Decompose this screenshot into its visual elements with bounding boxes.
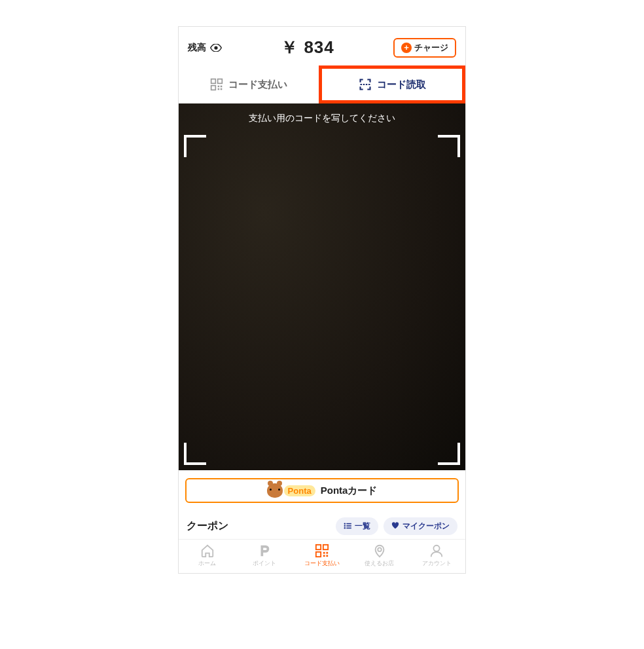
nav-account[interactable]: アカウント	[408, 544, 465, 568]
camera-viewfinder[interactable]	[184, 135, 460, 465]
svg-rect-17	[316, 552, 321, 557]
heart-icon	[391, 522, 399, 531]
coupon-title: クーポン	[187, 519, 228, 533]
balance-amount: ￥ 834	[281, 36, 334, 59]
account-icon	[429, 544, 444, 558]
nav-home-label: ホーム	[198, 559, 216, 568]
svg-rect-16	[323, 545, 328, 549]
my-coupon-chip[interactable]: マイクーポン	[384, 517, 457, 535]
svg-rect-3	[211, 86, 216, 90]
svg-point-13	[344, 527, 346, 529]
svg-rect-18	[323, 552, 325, 554]
tab-code-scan-label: コード読取	[377, 79, 426, 91]
svg-point-11	[344, 525, 346, 527]
coupon-list-chip[interactable]: 一覧	[336, 517, 378, 535]
viewfinder-corner-tl	[184, 135, 206, 157]
nav-point[interactable]: ポイント	[236, 544, 294, 568]
ponta-logo: Ponta	[267, 483, 315, 498]
ponta-card-button[interactable]: Ponta Pontaカード	[185, 478, 459, 503]
qr-icon	[210, 78, 223, 91]
svg-rect-10	[346, 523, 351, 524]
nav-code-pay[interactable]: コード支払い	[293, 544, 351, 568]
svg-rect-14	[346, 527, 351, 528]
scan-frame-icon	[359, 78, 372, 91]
coupon-chips: 一覧 マイクーポン	[336, 517, 457, 535]
svg-rect-6	[218, 88, 220, 90]
eye-icon	[210, 44, 222, 52]
tab-code-pay[interactable]: コード支払い	[179, 65, 319, 103]
coupon-section: クーポン 一覧	[179, 508, 465, 535]
svg-rect-2	[218, 79, 223, 84]
scanner-area: 支払い用のコードを写してください	[179, 103, 465, 470]
svg-rect-19	[326, 552, 328, 554]
ponta-mascot-icon	[267, 483, 283, 498]
qr-nav-icon	[314, 544, 330, 558]
header: 残高 ￥ 834 + チャージ	[179, 27, 465, 65]
svg-rect-5	[221, 86, 223, 88]
ponta-brand: Ponta	[284, 485, 315, 496]
point-icon	[257, 544, 272, 558]
charge-label: チャージ	[414, 42, 448, 54]
location-icon	[372, 544, 387, 558]
home-icon	[200, 544, 215, 558]
viewfinder-corner-tr	[438, 135, 460, 157]
svg-rect-20	[323, 555, 325, 557]
viewfinder-corner-bl	[184, 443, 206, 465]
balance-label: 残高	[188, 42, 206, 54]
svg-rect-15	[316, 545, 321, 549]
svg-point-0	[214, 46, 217, 49]
bottom-nav: ホーム ポイント コード支払い	[179, 539, 465, 573]
viewfinder-corner-br	[438, 443, 460, 465]
plus-icon: +	[401, 43, 412, 53]
svg-point-22	[378, 547, 382, 551]
list-icon	[344, 522, 351, 531]
nav-stores-label: 使えるお店	[365, 559, 394, 568]
scan-instruction: 支払い用のコードを写してください	[179, 103, 465, 135]
nav-home[interactable]: ホーム	[179, 544, 236, 568]
coupon-list-label: 一覧	[355, 521, 370, 532]
nav-point-label: ポイント	[253, 559, 276, 568]
app-screen: 残高 ￥ 834 + チャージ	[178, 26, 466, 574]
charge-button[interactable]: + チャージ	[393, 38, 456, 58]
ponta-card-label: Pontaカード	[321, 485, 378, 497]
svg-rect-12	[346, 525, 351, 527]
svg-rect-4	[218, 86, 220, 88]
svg-rect-7	[221, 88, 223, 90]
nav-stores[interactable]: 使えるお店	[351, 544, 408, 568]
svg-point-23	[434, 546, 440, 551]
nav-code-pay-label: コード支払い	[304, 559, 340, 568]
payment-tabs: コード支払い コード読取	[179, 65, 465, 103]
svg-point-9	[344, 523, 346, 525]
svg-rect-21	[326, 555, 328, 557]
my-coupon-label: マイクーポン	[402, 521, 450, 532]
tab-code-pay-label: コード支払い	[228, 79, 287, 91]
balance-label-group[interactable]: 残高	[188, 42, 222, 54]
svg-rect-1	[211, 79, 216, 84]
tab-code-scan[interactable]: コード読取	[319, 65, 465, 103]
nav-account-label: アカウント	[422, 559, 452, 568]
